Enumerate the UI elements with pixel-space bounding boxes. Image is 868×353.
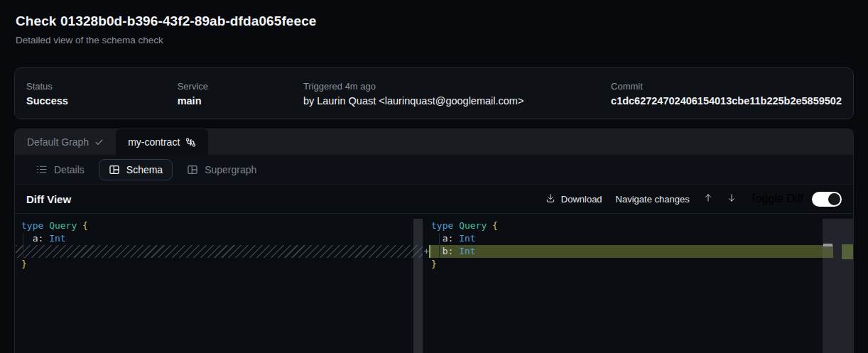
triggered-value: by Laurin Quast <laurinquast@googlemail.… (303, 95, 611, 107)
page-subtitle: Detailed view of the schema check (16, 35, 316, 45)
commit-value: c1dc62724702406154013cbe11b225b2e5859502 (611, 95, 842, 107)
left-pane-scrollbar[interactable] (413, 219, 423, 353)
toggle-diff-label: Toggle Diff (750, 192, 803, 205)
tab-my-contract[interactable]: my-contract (116, 129, 208, 155)
diff-pane-after: type Query { a: Int b: Int } (431, 219, 498, 271)
status-value: Success (26, 95, 178, 107)
service-value: main (178, 95, 303, 107)
page-header: Check 01328b0d-b396-43f2-89ab-dfda065fee… (16, 13, 316, 45)
overview-added-change-marker (842, 244, 854, 259)
tab-default-graph-label: Default Graph (27, 136, 89, 148)
tab-supergraph-label: Supergraph (205, 164, 256, 175)
navigate-changes-button[interactable]: Navigate changes (616, 194, 690, 205)
summary-status: Status Success (26, 77, 178, 109)
toggle-diff-control: Toggle Diff (750, 192, 842, 207)
schema-diff-editor[interactable]: + type Query { a: Int } type Query { a: … (15, 214, 853, 353)
navigate-changes-label: Navigate changes (616, 194, 690, 205)
tab-schema[interactable]: Schema (99, 159, 173, 180)
diff-right-line-2: a: Int (431, 232, 498, 245)
arrow-up-icon (703, 192, 713, 205)
next-change-button[interactable] (727, 192, 737, 205)
diff-left-line-1: type Query { (21, 219, 88, 232)
diff-right-line-1: type Query { (431, 219, 498, 232)
git-compare-icon (185, 137, 196, 148)
service-label: Service (178, 81, 303, 92)
summary-service: Service main (178, 77, 303, 109)
diff-left-line-2: a: Int (21, 232, 88, 245)
tab-details[interactable]: Details (26, 158, 94, 180)
schema-check-page: Check 01328b0d-b396-43f2-89ab-dfda065fee… (0, 0, 868, 353)
check-detail-card: Default Graph my-contract (14, 129, 854, 353)
status-label: Status (26, 81, 178, 92)
tab-default-graph[interactable]: Default Graph (15, 129, 116, 155)
summary-commit: Commit c1dc62724702406154013cbe11b225b2e… (611, 77, 842, 109)
download-label: Download (561, 194, 602, 205)
page-title: Check 01328b0d-b396-43f2-89ab-dfda065fee… (16, 13, 316, 29)
commit-label: Commit (611, 81, 842, 92)
tab-supergraph[interactable]: Supergraph (177, 159, 266, 180)
diff-controls: Download Navigate changes Toggle Diff (546, 192, 842, 207)
diff-pane-before: type Query { a: Int } (21, 219, 88, 271)
list-icon (36, 163, 48, 175)
toggle-knob (828, 193, 840, 205)
diff-toolbar: Diff View Download Navigate changes (15, 184, 853, 214)
previous-change-button[interactable] (703, 192, 713, 205)
tab-schema-label: Schema (126, 164, 163, 175)
arrow-down-icon (727, 192, 737, 205)
summary-triggered: Triggered 4m ago by Laurin Quast <laurin… (303, 77, 611, 109)
scrollbar-position-marker (823, 244, 832, 246)
graph-tab-strip: Default Graph my-contract (15, 129, 853, 155)
columns-icon (187, 164, 198, 175)
columns-icon (109, 164, 120, 175)
download-icon (546, 193, 555, 205)
toggle-diff-switch[interactable] (812, 192, 842, 207)
diff-left-line-4: } (21, 258, 88, 271)
tab-details-label: Details (54, 164, 85, 175)
diff-view-title: Diff View (26, 193, 71, 205)
triggered-label: Triggered 4m ago (303, 81, 611, 92)
check-summary-card: Status Success Service main Triggered 4m… (14, 67, 854, 119)
added-line-plus-sign: + (422, 245, 431, 258)
diff-left-line-3-empty (21, 245, 88, 258)
view-tab-bar: Details Schema Supergraph (15, 155, 853, 184)
diff-right-line-4: } (431, 258, 498, 271)
right-pane-scrollbar[interactable] (823, 219, 854, 353)
diff-right-line-3-added: b: Int (431, 245, 498, 258)
check-icon (94, 138, 104, 147)
download-button[interactable]: Download (546, 193, 602, 205)
tab-my-contract-label: my-contract (128, 136, 180, 148)
